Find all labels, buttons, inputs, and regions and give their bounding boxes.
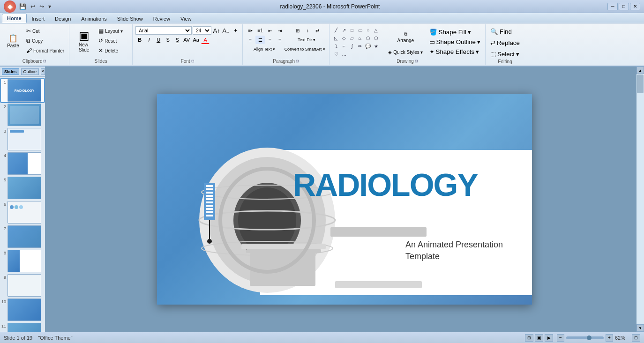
slide-thumb-11[interactable]: 11: [1, 322, 44, 332]
shape-freeform[interactable]: ✏: [356, 42, 364, 50]
select-dropdown[interactable]: ▾: [516, 51, 519, 58]
tab-insert[interactable]: Insert: [27, 14, 50, 23]
format-painter-button[interactable]: 🖌 Format Painter: [24, 46, 66, 55]
change-case-button[interactable]: Aa: [192, 36, 200, 44]
shape-fill-button[interactable]: 🪣 Shape Fill ▾: [427, 27, 482, 37]
zoom-in-button[interactable]: +: [606, 334, 613, 342]
layout-button[interactable]: ▤ Layout ▾: [97, 26, 129, 36]
slide-thumb-5[interactable]: 5: [1, 176, 44, 200]
slide-thumb-9[interactable]: 9: [1, 274, 44, 297]
font-color-button[interactable]: A: [201, 36, 210, 44]
save-button[interactable]: 💾: [18, 2, 28, 11]
slide-thumb-1[interactable]: 1 RADIOLOGY: [1, 79, 44, 102]
shape-connector[interactable]: ⤵: [332, 42, 340, 50]
cut-button[interactable]: ✂ Cut: [24, 26, 66, 36]
scroll-up-button[interactable]: ▲: [637, 67, 644, 74]
justify-button[interactable]: ≡: [275, 36, 285, 44]
drawing-expand-icon[interactable]: ⊡: [415, 59, 418, 63]
shape-star[interactable]: ★: [372, 42, 380, 50]
undo-button[interactable]: ↩: [29, 2, 37, 11]
decrease-indent-button[interactable]: ⇤: [265, 26, 275, 35]
increase-font-button[interactable]: A↑: [212, 26, 221, 35]
shape-pentagon[interactable]: ⬠: [364, 34, 372, 42]
slide-thumb-2[interactable]: 2: [1, 103, 44, 127]
convert-smartart-button[interactable]: Convert to SmartArt ▾: [284, 45, 326, 53]
shape-hexagon[interactable]: ⬡: [372, 34, 380, 42]
shape-fill-dropdown[interactable]: ▾: [468, 29, 471, 36]
zoom-out-button[interactable]: −: [557, 334, 564, 342]
paragraph-expand-icon[interactable]: ⊡: [296, 59, 299, 63]
zoom-slider[interactable]: [566, 336, 604, 339]
shape-curve[interactable]: ∫: [348, 42, 356, 50]
replace-button[interactable]: ⇄ Replace: [488, 37, 522, 48]
bullets-button[interactable]: ≡•: [246, 26, 255, 35]
close-button[interactable]: ✕: [630, 3, 640, 10]
canvas-area[interactable]: RADIOLOGY An Animated Presentation Templ…: [45, 67, 644, 332]
shape-more[interactable]: …: [340, 50, 348, 58]
minimize-button[interactable]: ─: [607, 3, 618, 10]
tab-review[interactable]: Review: [148, 14, 175, 23]
char-spacing-button[interactable]: AV: [182, 36, 191, 44]
find-button[interactable]: 🔍 Find: [488, 26, 517, 37]
slideshow-button[interactable]: ▶: [545, 334, 553, 342]
shape-right-triangle[interactable]: ◺: [332, 34, 340, 42]
shape-elbow[interactable]: ⌐: [340, 42, 348, 50]
columns-button[interactable]: ⊞: [293, 26, 302, 35]
shape-rect[interactable]: □: [348, 26, 356, 34]
shape-callout[interactable]: 💬: [364, 42, 372, 50]
decrease-font-button[interactable]: A↓: [222, 26, 230, 35]
increase-indent-button[interactable]: ⇥: [275, 26, 285, 35]
italic-button[interactable]: I: [145, 36, 153, 44]
font-size-select[interactable]: 24: [193, 26, 211, 35]
paragraph-direction-button[interactable]: ⇄: [313, 26, 322, 35]
redo-button[interactable]: ↪: [38, 2, 45, 11]
slide-thumb-6[interactable]: 6: [1, 201, 44, 224]
font-expand-icon[interactable]: ⊡: [191, 59, 195, 63]
outline-tab-btn[interactable]: Outline: [21, 68, 39, 75]
shape-outline-button[interactable]: ▭ Shape Outline ▾: [427, 37, 482, 46]
text-direction-button[interactable]: Text Dir ▾: [295, 36, 318, 44]
paste-button[interactable]: 📋 Paste: [3, 26, 23, 56]
clear-format-button[interactable]: ✦: [231, 26, 240, 35]
shape-diamond[interactable]: ◇: [340, 34, 348, 42]
shape-oval[interactable]: ○: [364, 26, 372, 34]
tab-home[interactable]: Home: [2, 14, 27, 23]
align-center-button[interactable]: ☰: [255, 36, 265, 44]
shape-effects-button[interactable]: ✦ Shape Effects ▾: [427, 47, 482, 56]
select-button[interactable]: ⬚ Select ▾: [488, 49, 521, 59]
slide-thumb-4[interactable]: 4: [1, 152, 44, 175]
shape-triangle[interactable]: △: [372, 26, 380, 34]
strikethrough-button[interactable]: S: [164, 36, 172, 44]
line-spacing-button[interactable]: ↕: [303, 26, 312, 35]
slides-tab-btn[interactable]: Slides: [2, 68, 19, 75]
shape-round-rect[interactable]: ▭: [356, 26, 364, 34]
align-right-button[interactable]: ≡: [265, 36, 275, 44]
fit-window-button[interactable]: ⊡: [632, 334, 640, 342]
scroll-down-button[interactable]: ▼: [637, 324, 644, 332]
quick-styles-button[interactable]: ◈ Quick Styles ▾: [386, 48, 425, 56]
maximize-button[interactable]: □: [619, 3, 629, 10]
shape-outline-dropdown[interactable]: ▾: [477, 38, 480, 45]
reset-button[interactable]: ↺ Reset: [97, 36, 129, 45]
slide-thumb-10[interactable]: 10: [1, 298, 44, 321]
delete-slide-button[interactable]: ✕ Delete: [97, 46, 129, 55]
slide-sorter-button[interactable]: ▣: [535, 334, 543, 342]
bold-button[interactable]: B: [135, 36, 144, 44]
shape-parallelogram[interactable]: ▱: [348, 34, 356, 42]
font-name-select[interactable]: Arial: [135, 26, 192, 35]
tab-view[interactable]: View: [175, 14, 197, 23]
office-button[interactable]: ◈: [4, 0, 16, 13]
shape-arrow[interactable]: ↗: [340, 26, 348, 34]
numbering-button[interactable]: ≡1: [255, 26, 265, 35]
shape-effects-dropdown[interactable]: ▾: [476, 48, 479, 55]
underline-button[interactable]: U: [154, 36, 163, 44]
shape-heart[interactable]: ♡: [332, 50, 340, 58]
slide-thumb-7[interactable]: 7: [1, 225, 44, 248]
zoom-thumb[interactable]: [587, 336, 592, 340]
shape-line[interactable]: ╱: [332, 26, 340, 34]
align-text-button[interactable]: Align Text ▾: [246, 45, 283, 53]
clipboard-expand-icon[interactable]: ⊡: [43, 59, 46, 63]
shape-trapezoid[interactable]: ⏢: [356, 34, 364, 42]
tab-animations[interactable]: Animations: [76, 14, 112, 23]
shadow-button[interactable]: S̲: [173, 36, 181, 44]
